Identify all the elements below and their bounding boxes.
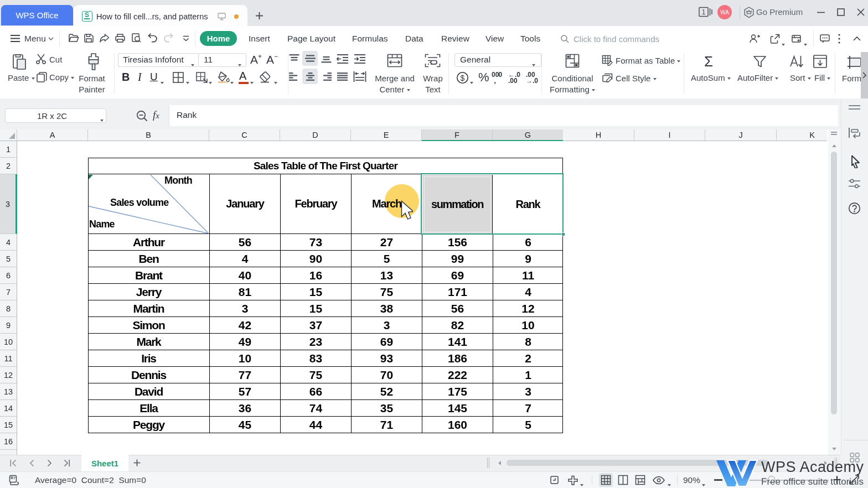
svg-text:1: 1: [702, 8, 706, 16]
svg-text:$: $: [461, 74, 465, 82]
